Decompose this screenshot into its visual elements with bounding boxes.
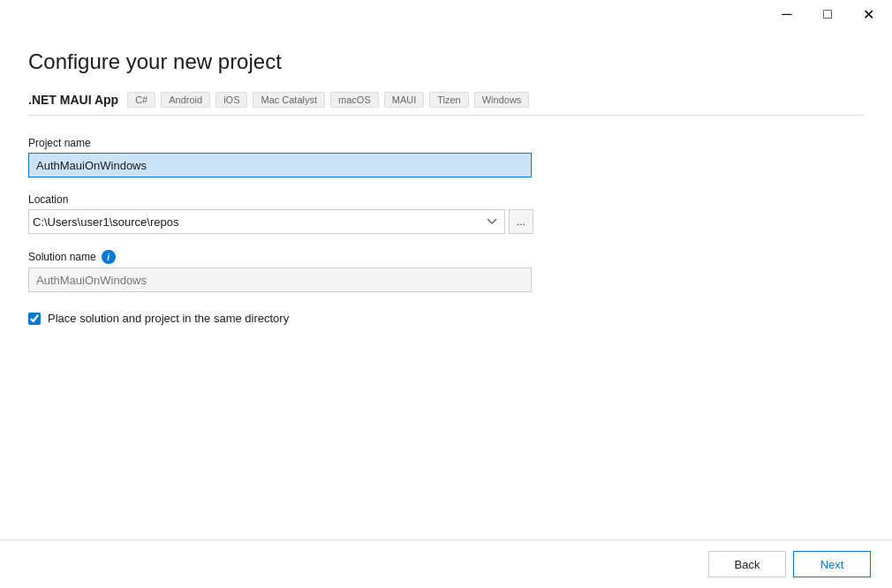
location-row: C:\Users\user1\source\repos ... [28,209,864,234]
location-field-group: Location C:\Users\user1\source\repos ... [28,193,864,234]
project-name-label: Project name [28,137,864,149]
location-label: Location [28,193,864,206]
project-type-header: .NET MAUI App C#AndroidiOSMac Catalystma… [28,92,864,116]
tag: Tizen [429,92,469,108]
tag: macOS [330,92,379,108]
solution-name-info-icon[interactable]: i [102,250,116,264]
project-name-field-group: Project name [28,137,864,177]
tag: C# [127,92,155,108]
tag: Mac Catalyst [253,92,325,108]
tag: Android [161,92,210,108]
tags-container: C#AndroidiOSMac CatalystmacOSMAUITizenWi… [127,92,529,108]
close-button[interactable]: ✕ [848,0,888,28]
footer: Back Next [0,539,892,588]
next-button[interactable]: Next [793,551,871,577]
maximize-button[interactable]: □ [807,0,848,28]
minimize-button[interactable]: ─ [767,0,807,28]
title-bar: ─ □ ✕ [0,0,892,28]
location-select[interactable]: C:\Users\user1\source\repos [28,209,505,234]
solution-name-label: Solution name i [28,250,864,264]
same-directory-label: Place solution and project in the same d… [48,312,289,325]
page-title: Configure your new project [28,49,864,74]
solution-name-field-group: Solution name i [28,250,864,292]
project-name-input[interactable] [28,153,532,177]
window: ─ □ ✕ Configure your new project .NET MA… [0,0,892,588]
tag: MAUI [384,92,425,108]
same-directory-checkbox[interactable] [28,313,41,325]
checkbox-row: Place solution and project in the same d… [28,312,864,325]
back-button[interactable]: Back [708,551,786,577]
project-type-name: .NET MAUI App [28,93,118,107]
tag: Windows [474,92,530,108]
browse-button[interactable]: ... [509,209,533,234]
main-content: Configure your new project .NET MAUI App… [0,28,892,539]
tag: iOS [215,92,247,108]
solution-name-input[interactable] [28,268,532,292]
form-section: Project name Location C:\Users\user1\sou… [28,137,864,525]
